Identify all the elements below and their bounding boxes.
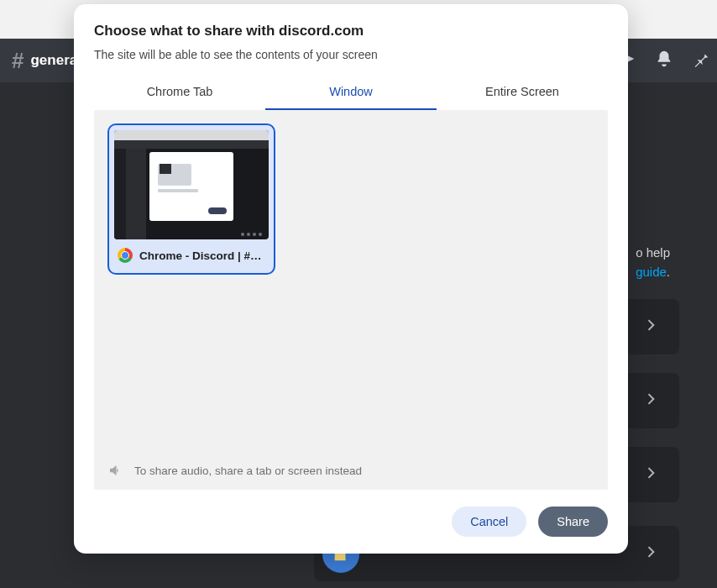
window-option-label: Chrome - Discord | #ge… <box>139 249 265 262</box>
window-picker-panel: Chrome - Discord | #ge… To share audio, … <box>94 110 608 490</box>
window-thumbnail <box>114 130 269 239</box>
chevron-right-icon <box>642 317 659 337</box>
header-icon-group <box>618 39 710 82</box>
screen-share-dialog: Choose what to share with discord.com Th… <box>74 4 628 554</box>
dialog-subtitle: The site will be able to see the content… <box>94 48 608 61</box>
cancel-button[interactable]: Cancel <box>452 507 526 537</box>
window-option[interactable]: Chrome - Discord | #ge… <box>107 123 275 275</box>
notifications-icon[interactable] <box>655 50 673 71</box>
chevron-right-icon <box>642 465 659 485</box>
chevron-right-icon <box>642 543 659 564</box>
share-button[interactable]: Share <box>538 507 608 537</box>
tab-chrome-tab[interactable]: Chrome Tab <box>94 76 265 110</box>
share-source-tabs: Chrome Tab Window Entire Screen <box>94 76 608 110</box>
tab-entire-screen[interactable]: Entire Screen <box>437 76 608 110</box>
speaker-icon <box>107 463 123 478</box>
hash-icon: # <box>12 48 24 74</box>
chrome-icon <box>118 248 133 263</box>
audio-hint: To share audio, share a tab or screen in… <box>107 463 362 478</box>
welcome-help-text: o help guide. <box>636 244 670 281</box>
guide-link[interactable]: guide <box>636 265 667 279</box>
pin-icon[interactable] <box>692 50 710 71</box>
dialog-footer: Cancel Share <box>74 490 628 554</box>
tab-window[interactable]: Window <box>265 76 437 110</box>
dialog-title: Choose what to share with discord.com <box>94 23 608 39</box>
chevron-right-icon <box>642 391 659 411</box>
